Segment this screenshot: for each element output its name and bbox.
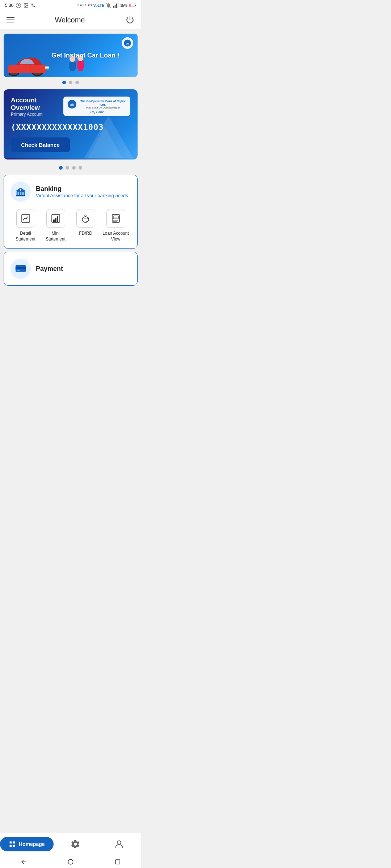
card-dot-1[interactable] — [59, 166, 63, 170]
loan-account-label: Loan AccountView — [102, 231, 129, 242]
svg-rect-57 — [17, 270, 20, 271]
banking-icon — [14, 186, 27, 198]
account-title: Account Overview — [11, 97, 63, 112]
svg-rect-26 — [82, 61, 84, 68]
card-dot-2[interactable] — [66, 166, 69, 170]
banner-dot-2[interactable] — [69, 81, 72, 84]
svg-point-46 — [85, 215, 86, 216]
mini-statement-label: MiniStatement — [46, 231, 66, 242]
bank-name: The Co-Operative Bank of Rajkot Ltd. — [79, 99, 127, 106]
bank-sub: Multi State Co-Operative Bank — [79, 106, 127, 109]
svg-rect-36 — [16, 195, 25, 196]
mini-statement-icon-wrap — [46, 209, 65, 228]
image-icon — [24, 3, 29, 8]
banking-header: Banking Virtual Assistance for all your … — [10, 182, 131, 202]
signal-icon — [113, 3, 119, 8]
svg-rect-40 — [53, 220, 55, 222]
svg-line-48 — [87, 221, 87, 222]
phone-icon — [31, 3, 36, 8]
check-balance-button[interactable]: Check Balance — [11, 137, 70, 152]
geo-decoration-2 — [87, 127, 123, 159]
svg-rect-5 — [115, 5, 116, 8]
status-bar: 5:30 1.40 KB/S VoLTE 15% — [0, 0, 141, 11]
banner-wrapper: Get Instant Car Loan ! cb — [4, 34, 138, 77]
loan-account-icon-wrap: $ — [106, 209, 125, 228]
status-right: 1.40 KB/S VoLTE 15% — [77, 3, 136, 8]
svg-rect-56 — [16, 267, 26, 269]
detail-statement-item[interactable]: DetailStatement — [10, 209, 41, 242]
status-time: 5:30 — [5, 3, 36, 8]
svg-rect-25 — [77, 61, 79, 68]
page-title: Welcome — [55, 16, 85, 24]
svg-rect-4 — [113, 6, 114, 8]
header: Welcome — [0, 11, 141, 29]
banner-dot-3[interactable] — [75, 81, 79, 84]
fdrd-item[interactable]: FD/RD — [71, 209, 101, 237]
svg-rect-33 — [20, 192, 21, 196]
account-title-area: Account Overview Primary Account — [11, 97, 63, 120]
detail-statement-label: DetailStatement — [16, 231, 35, 242]
fdrd-icon — [80, 213, 91, 224]
banking-desc: Virtual Assistance for all your banking … — [36, 193, 128, 198]
raj-bank-label: Raj Bank — [90, 110, 104, 114]
notification-off-icon — [106, 3, 112, 8]
svg-line-47 — [83, 221, 83, 222]
menu-button[interactable] — [7, 17, 14, 22]
svg-rect-10 — [129, 4, 130, 7]
banking-items: DetailStatement MiniStatement — [10, 209, 131, 242]
detail-statement-icon-wrap — [16, 209, 35, 228]
banner-text: Get Instant Car Loan ! — [51, 52, 119, 59]
account-type: Primary Account — [11, 112, 63, 117]
mini-statement-icon — [50, 213, 61, 224]
payment-icon-wrap — [10, 259, 31, 279]
sync-icon — [16, 3, 21, 8]
svg-rect-17 — [45, 68, 49, 69]
payment-icon — [14, 263, 27, 275]
svg-rect-22 — [74, 62, 76, 69]
account-overview-card: Account Overview Primary Account cb The … — [4, 89, 138, 159]
svg-point-37 — [20, 189, 21, 191]
svg-rect-9 — [135, 5, 136, 6]
banner[interactable]: Get Instant Car Loan ! cb — [4, 34, 138, 77]
power-button[interactable] — [125, 15, 135, 25]
svg-point-2 — [25, 4, 26, 5]
card-dot-3[interactable] — [72, 166, 76, 170]
banner-dots — [0, 77, 141, 87]
svg-text:$: $ — [115, 216, 117, 218]
svg-rect-7 — [118, 3, 119, 8]
banner-text-area: Get Instant Car Loan ! — [51, 52, 119, 59]
svg-rect-42 — [57, 216, 58, 222]
banking-title: Banking — [36, 185, 128, 193]
loan-account-icon: $ — [110, 213, 121, 224]
car-illustration — [4, 50, 51, 77]
banking-section: Banking Virtual Assistance for all your … — [4, 175, 138, 249]
svg-text:cb: cb — [70, 103, 74, 107]
detail-statement-icon — [20, 213, 31, 224]
loan-account-item[interactable]: $ Loan AccountView — [101, 209, 131, 242]
fdrd-icon-wrap — [76, 209, 95, 228]
svg-rect-41 — [55, 218, 56, 222]
svg-text:cb: cb — [126, 42, 129, 45]
battery-icon — [129, 3, 136, 8]
payment-section: Payment — [4, 252, 138, 286]
banner-section: Get Instant Car Loan ! cb — [0, 29, 141, 87]
fdrd-label: FD/RD — [79, 231, 92, 237]
bank-logo-icon: cb — [123, 39, 131, 47]
account-card-dots — [0, 163, 141, 173]
banner-dot-1[interactable] — [62, 81, 66, 84]
svg-rect-38 — [22, 214, 30, 222]
payment-title: Payment — [36, 265, 63, 273]
banking-icon-wrap — [10, 182, 31, 202]
svg-rect-6 — [116, 4, 117, 8]
svg-rect-32 — [18, 192, 19, 196]
bank-logo-area: cb The Co-Operative Bank of Rajkot Ltd. … — [63, 97, 130, 116]
card-dot-4[interactable] — [79, 166, 82, 170]
card-bottom-line — [4, 158, 138, 159]
svg-rect-21 — [69, 62, 71, 69]
mini-statement-item[interactable]: MiniStatement — [41, 209, 71, 242]
svg-rect-34 — [22, 192, 24, 196]
raj-bank-logo: cb — [67, 99, 77, 110]
svg-rect-15 — [8, 65, 46, 73]
banking-text: Banking Virtual Assistance for all your … — [36, 185, 128, 198]
banner-logo: cb — [122, 37, 133, 49]
